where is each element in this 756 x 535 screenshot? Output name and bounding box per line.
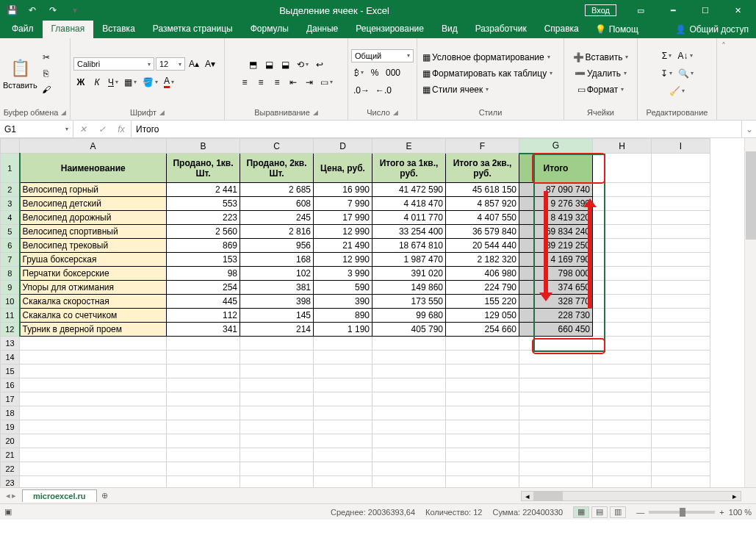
cell-G19[interactable] — [519, 420, 593, 434]
maximize-icon[interactable]: ☐ — [690, 0, 721, 21]
cell-F4[interactable]: 4 407 550 — [446, 211, 519, 225]
zoom-in-icon[interactable]: + — [719, 508, 724, 517]
cell-F14[interactable] — [446, 351, 519, 365]
cell-D5[interactable]: 12 990 — [314, 225, 372, 239]
align-center-icon[interactable]: ≡ — [253, 75, 268, 90]
cell-H11[interactable] — [593, 309, 652, 323]
row-header-5[interactable]: 5 — [1, 225, 20, 239]
orientation-icon[interactable]: ⟲▾ — [295, 57, 311, 72]
select-all[interactable] — [1, 139, 20, 154]
row-header-14[interactable]: 14 — [1, 351, 20, 365]
cell-H18[interactable] — [593, 406, 652, 420]
col-header-C[interactable]: C — [240, 139, 314, 154]
number-dialog-icon[interactable]: ◢ — [393, 109, 398, 116]
underline-button[interactable]: Ч▾ — [106, 75, 120, 90]
cell-D3[interactable]: 7 990 — [314, 197, 372, 211]
row-header-19[interactable]: 19 — [1, 420, 20, 434]
row-header-20[interactable]: 20 — [1, 434, 20, 448]
cell-I22[interactable] — [652, 462, 710, 476]
cell-A11[interactable]: Скакалка со счетчиком — [20, 309, 167, 323]
col-header-E[interactable]: E — [372, 139, 446, 154]
accept-formula-icon[interactable]: ✓ — [93, 124, 112, 134]
cell-E6[interactable]: 18 674 810 — [372, 239, 446, 253]
cell-D12[interactable]: 1 190 — [314, 323, 372, 337]
hscroll-right-icon[interactable]: ▸ — [729, 492, 741, 500]
tab-view[interactable]: Вид — [433, 21, 467, 38]
cell-H5[interactable] — [593, 225, 652, 239]
cell-I23[interactable] — [652, 476, 710, 488]
row-header-17[interactable]: 17 — [1, 392, 20, 406]
cell-H4[interactable] — [593, 211, 652, 225]
cell-B19[interactable] — [167, 420, 240, 434]
tab-file[interactable]: Файл — [3, 21, 43, 38]
cell-C13[interactable] — [240, 337, 314, 351]
cell-D11[interactable]: 890 — [314, 309, 372, 323]
align-middle-icon[interactable]: ⬓ — [262, 57, 277, 72]
cell-G14[interactable] — [519, 351, 593, 365]
cell-H10[interactable] — [593, 295, 652, 309]
cell-F10[interactable]: 155 220 — [446, 295, 519, 309]
redo-icon[interactable]: ↷ — [44, 3, 62, 18]
col-header-A[interactable]: A — [20, 139, 167, 154]
cell-H3[interactable] — [593, 197, 652, 211]
cell-C12[interactable]: 214 — [240, 323, 314, 337]
cell-C14[interactable] — [240, 351, 314, 365]
row-header-8[interactable]: 8 — [1, 267, 20, 281]
cell-E2[interactable]: 41 472 590 — [372, 183, 446, 197]
cell-F20[interactable] — [446, 434, 519, 448]
sheet-tab[interactable]: microexcel.ru — [22, 489, 97, 502]
cell-E1[interactable]: Итого за 1кв., руб. — [372, 154, 446, 183]
cell-A8[interactable]: Перчатки боксерские — [20, 267, 167, 281]
cell-A3[interactable]: Велосипед детский — [20, 197, 167, 211]
view-normal-icon[interactable]: ▦ — [573, 506, 589, 518]
cell-B13[interactable] — [167, 337, 240, 351]
cell-H17[interactable] — [593, 392, 652, 406]
grow-font-icon[interactable]: A▴ — [187, 57, 201, 71]
cell-G13[interactable] — [519, 337, 593, 351]
clear-icon[interactable]: 🧹▾ — [667, 84, 687, 98]
cell-A5[interactable]: Велосипед спортивный — [20, 225, 167, 239]
row-header-6[interactable]: 6 — [1, 239, 20, 253]
fill-color-icon[interactable]: 🪣▾ — [140, 75, 160, 90]
collapse-ribbon-icon[interactable]: ˄ — [721, 41, 726, 51]
cell-D22[interactable] — [314, 462, 372, 476]
cell-F18[interactable] — [446, 406, 519, 420]
cell-G17[interactable] — [519, 392, 593, 406]
cell-G4[interactable]: 8 419 320 — [519, 211, 593, 225]
cell-A7[interactable]: Груша боксерская — [20, 253, 167, 267]
cell-A22[interactable] — [20, 462, 167, 476]
cell-B5[interactable]: 2 560 — [167, 225, 240, 239]
align-top-icon[interactable]: ⬒ — [246, 57, 261, 72]
row-header-13[interactable]: 13 — [1, 337, 20, 351]
tab-developer[interactable]: Разработчик — [467, 21, 536, 38]
cell-B9[interactable]: 254 — [167, 281, 240, 295]
cell-E21[interactable] — [372, 448, 446, 462]
cell-E22[interactable] — [372, 462, 446, 476]
zoom-level[interactable]: 100 % — [729, 508, 752, 517]
cell-B8[interactable]: 98 — [167, 267, 240, 281]
cell-C15[interactable] — [240, 365, 314, 378]
cell-G20[interactable] — [519, 434, 593, 448]
cell-I2[interactable] — [652, 183, 710, 197]
cell-G18[interactable] — [519, 406, 593, 420]
cell-B22[interactable] — [167, 462, 240, 476]
copy-icon[interactable]: ⎘ — [39, 66, 54, 81]
cell-C1[interactable]: Продано, 2кв. Шт. — [240, 154, 314, 183]
cell-G6[interactable]: 39 219 250 — [519, 239, 593, 253]
name-box[interactable]: G1▾ — [0, 121, 73, 137]
bold-button[interactable]: Ж — [73, 75, 88, 90]
insert-cells-button[interactable]: ➕ Вставить▾ — [567, 50, 634, 65]
cell-A18[interactable] — [20, 406, 167, 420]
cell-A23[interactable] — [20, 476, 167, 488]
cell-A20[interactable] — [20, 434, 167, 448]
cell-D1[interactable]: Цена, руб. — [314, 154, 372, 183]
cell-H7[interactable] — [593, 253, 652, 267]
cell-C18[interactable] — [240, 406, 314, 420]
cell-F11[interactable]: 129 050 — [446, 309, 519, 323]
cell-B1[interactable]: Продано, 1кв. Шт. — [167, 154, 240, 183]
cell-F6[interactable]: 20 544 440 — [446, 239, 519, 253]
cell-B16[interactable] — [167, 378, 240, 392]
col-header-I[interactable]: I — [652, 139, 710, 154]
cell-H19[interactable] — [593, 420, 652, 434]
align-right-icon[interactable]: ≡ — [270, 75, 284, 90]
